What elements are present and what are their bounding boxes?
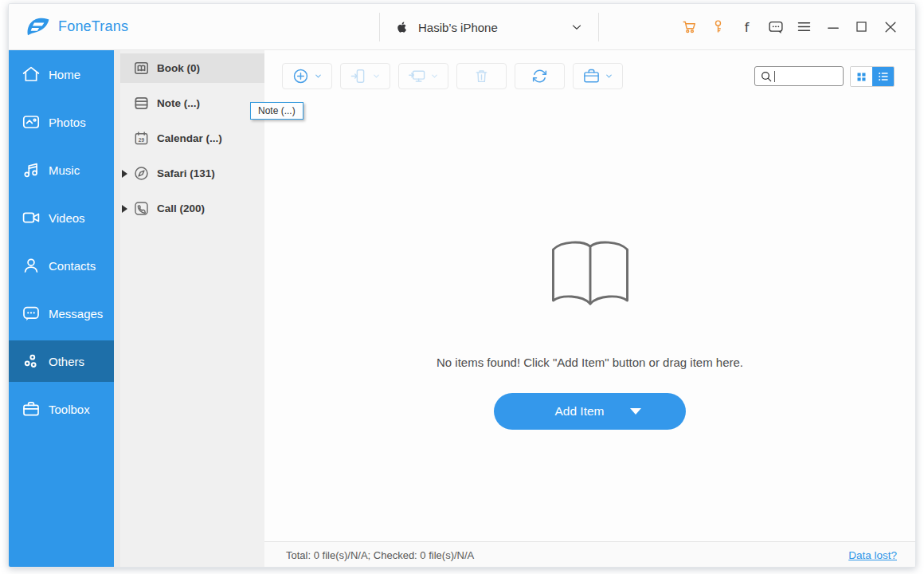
call-icon: [133, 200, 150, 217]
calendar-icon: 29: [133, 130, 150, 147]
toolbox-icon: [22, 399, 41, 419]
sidebar-item-photos[interactable]: Photos: [9, 101, 114, 143]
data-lost-link[interactable]: Data lost?: [848, 549, 897, 561]
contacts-icon: [22, 256, 41, 275]
view-toggle: [850, 66, 895, 87]
sidebar-item-messages[interactable]: Messages: [9, 293, 114, 334]
menu-icon[interactable]: [795, 18, 813, 36]
empty-state: No items found! Click "Add Item" button …: [264, 237, 915, 430]
category-item-safari[interactable]: Safari (131): [120, 159, 264, 188]
sidebar-item-label: Messages: [49, 307, 103, 320]
tools-button[interactable]: [573, 63, 623, 89]
sidebar-item-label: Music: [49, 163, 80, 177]
sidebar-item-others[interactable]: Others: [9, 340, 114, 382]
sidebar-item-videos[interactable]: Videos: [9, 197, 114, 238]
statusbar: Total: 0 file(s)/N/A; Checked: 0 file(s)…: [264, 541, 915, 568]
close-icon[interactable]: [881, 18, 899, 36]
search-input[interactable]: [779, 70, 835, 82]
export-to-device-button[interactable]: [340, 63, 390, 89]
open-book-illustration: [540, 237, 640, 313]
sidebar-item-music[interactable]: Music: [9, 149, 114, 191]
grid-view-icon: [855, 71, 867, 83]
add-circle-icon: [292, 67, 310, 85]
add-item-label: Add Item: [554, 404, 604, 419]
add-item-button[interactable]: [282, 63, 332, 89]
category-item-label: Book (0): [157, 62, 200, 74]
sidebar-item-label: Home: [49, 68, 80, 81]
category-item-label: Call (200): [157, 202, 205, 214]
sidebar-item-home[interactable]: Home: [9, 53, 114, 95]
facebook-icon[interactable]: f: [738, 18, 756, 36]
briefcase-icon: [582, 67, 601, 85]
sidebar-item-label: Toolbox: [49, 403, 90, 416]
status-summary: Total: 0 file(s)/N/A; Checked: 0 file(s)…: [286, 549, 474, 561]
sidebar-item-label: Videos: [49, 211, 85, 225]
panel-scrollbar-track[interactable]: [114, 50, 120, 568]
category-item-label: Calendar (...): [157, 132, 222, 144]
apple-icon: [394, 18, 409, 36]
maximize-icon[interactable]: [852, 18, 871, 36]
text-cursor: [774, 71, 775, 82]
category-item-calendar[interactable]: 29 Calendar (...): [120, 124, 264, 153]
category-item-label: Note (...): [157, 97, 200, 109]
main-area: No items found! Click "Add Item" button …: [264, 50, 915, 568]
search-box[interactable]: [754, 66, 844, 86]
refresh-icon: [531, 67, 549, 85]
chevron-down-icon: [372, 72, 381, 81]
list-view-icon: [877, 70, 890, 83]
sidebar-item-contacts[interactable]: Contacts: [9, 245, 114, 286]
category-item-book[interactable]: Book (0): [120, 53, 264, 83]
key-icon[interactable]: [709, 18, 727, 36]
sidebar-item-label: Others: [49, 355, 84, 368]
trash-icon: [472, 67, 491, 85]
refresh-button[interactable]: [515, 63, 565, 89]
svg-text:29: 29: [139, 137, 145, 143]
chevron-down-icon: [570, 20, 584, 34]
category-item-call[interactable]: Call (200): [120, 194, 264, 223]
music-icon: [22, 160, 41, 179]
device-selector[interactable]: Hasib’s iPhone: [379, 13, 599, 41]
export-to-pc-icon: [408, 67, 426, 85]
safari-icon: [133, 165, 150, 182]
device-name: Hasib’s iPhone: [418, 21, 498, 34]
svg-text:f: f: [744, 19, 749, 34]
home-icon: [22, 65, 41, 84]
expand-arrow-icon[interactable]: [122, 205, 127, 213]
titlebar: FoneTrans Hasib’s iPhone: [9, 4, 915, 50]
list-view-button[interactable]: [872, 67, 894, 86]
chevron-down-icon: [314, 72, 323, 81]
add-item-primary-button[interactable]: Add Item: [494, 393, 686, 430]
category-item-note[interactable]: Note (...): [120, 88, 264, 118]
grid-view-button[interactable]: [851, 67, 872, 86]
feedback-icon[interactable]: [766, 18, 785, 36]
book-icon: [133, 60, 150, 77]
videos-icon: [22, 208, 41, 227]
others-icon: [22, 352, 41, 371]
app-window: FoneTrans Hasib’s iPhone: [8, 3, 916, 568]
dropdown-arrow-icon: [630, 408, 641, 415]
sidebar: Home Photos Music Videos: [9, 50, 114, 568]
sidebar-item-label: Contacts: [49, 259, 96, 273]
category-item-label: Safari (131): [157, 167, 215, 179]
app-title: FoneTrans: [58, 18, 128, 35]
sidebar-item-label: Photos: [49, 116, 86, 129]
cart-icon[interactable]: [680, 18, 699, 36]
export-to-pc-button[interactable]: [398, 63, 448, 89]
tooltip: Note (...): [250, 102, 303, 120]
photos-icon: [22, 112, 41, 132]
category-panel: Book (0) Note (...) 29 Calendar (...): [114, 50, 264, 568]
chevron-down-icon: [430, 72, 439, 81]
minimize-icon[interactable]: [824, 18, 842, 36]
chevron-down-icon: [605, 72, 613, 81]
fonetrans-logo-icon: [25, 16, 50, 37]
app-logo: FoneTrans: [9, 16, 128, 37]
note-icon: [133, 95, 150, 112]
messages-icon: [22, 304, 41, 323]
expand-arrow-icon[interactable]: [122, 170, 127, 178]
delete-button[interactable]: [456, 63, 507, 89]
search-icon: [760, 70, 773, 83]
export-to-device-icon: [350, 67, 368, 85]
empty-message: No items found! Click "Add Item" button …: [437, 356, 743, 369]
sidebar-item-toolbox[interactable]: Toolbox: [9, 388, 114, 430]
